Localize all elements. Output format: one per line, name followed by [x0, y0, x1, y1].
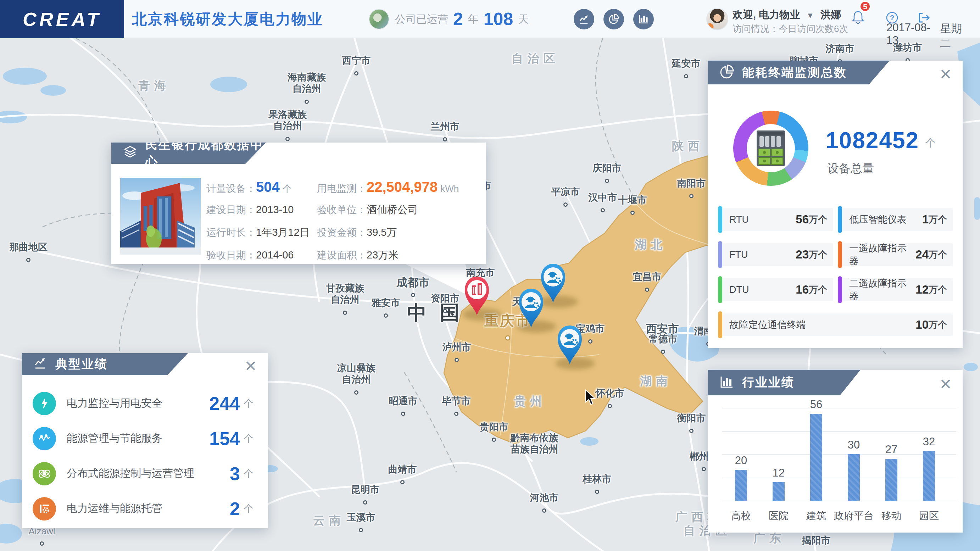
- map-city-dot: [702, 467, 706, 471]
- map-city-dot: [354, 71, 358, 75]
- building-photo: [120, 178, 201, 255]
- map-label: 果洛藏族 自治州: [269, 109, 307, 132]
- bar-category-label: 园区: [906, 509, 952, 522]
- map-label: 毕节市: [442, 396, 471, 407]
- bar-value-label: 12: [763, 467, 795, 479]
- map-label: 玉溪市: [347, 512, 375, 523]
- worker-pin-icon[interactable]: [555, 323, 585, 366]
- device-total-value: 1082452: [826, 127, 919, 153]
- trend-chart-icon: [33, 356, 48, 373]
- map-city-dot: [645, 288, 649, 292]
- map-city-dot: [563, 202, 568, 207]
- company-photo-thumbnail: [369, 9, 389, 29]
- map-city-dot: [400, 480, 404, 484]
- map-label: 十堰市: [618, 195, 647, 206]
- terminal-type-row: 二遥故障指示器12万个: [838, 278, 953, 301]
- trend-chart-toggle-icon[interactable]: [574, 9, 594, 29]
- perf-panel-header: 典型业绩: [22, 353, 188, 375]
- device-cabinet-icon: [747, 124, 795, 172]
- popup-header: 民生银行成都数据中心: [111, 143, 266, 164]
- map-city-dot: [40, 541, 44, 546]
- close-icon[interactable]: ✕: [939, 68, 953, 82]
- map-city-dot: [608, 404, 612, 408]
- map-label: 湖南: [640, 374, 672, 388]
- map-label: 延安市: [672, 58, 701, 70]
- user-avatar[interactable]: [706, 8, 728, 30]
- user-welcome[interactable]: 欢迎, 电力物业 ▼ 洪娜: [732, 8, 841, 22]
- color-bar: [838, 276, 842, 303]
- map-label: 桂林市: [583, 474, 612, 485]
- operation-duration: 公司已运营 2 年 108 天: [395, 0, 529, 38]
- map-city-dot: [383, 314, 388, 318]
- map-city-dot: [26, 258, 30, 262]
- map-label: 贵州: [514, 395, 546, 408]
- map-city-dot: [401, 412, 405, 416]
- bar: [735, 470, 747, 501]
- map-label: 曲靖市: [388, 464, 417, 476]
- map-label: 贵阳市: [480, 422, 508, 433]
- map-label: 青海: [138, 79, 170, 93]
- pie-chart-toggle-icon[interactable]: [603, 9, 624, 29]
- svg-text:?: ?: [890, 14, 894, 22]
- map-label: 雅安市: [372, 298, 400, 309]
- weekday-text: 星期二: [940, 21, 968, 51]
- bar: [885, 459, 897, 501]
- map-label: 昆明市: [351, 484, 380, 496]
- map-label: 汉中市: [589, 192, 617, 204]
- map-label: 湖北: [635, 238, 667, 252]
- map-city-dot: [588, 339, 592, 344]
- map-city-dot: [343, 311, 347, 315]
- industry-performance-panel: 行业业绩 ✕ 20高校12医院56建筑30政府平台27移动32园区: [708, 370, 963, 533]
- bar-chart-icon: [719, 374, 735, 392]
- close-icon[interactable]: ✕: [939, 377, 953, 392]
- perf-item: 电力监控与用电安全244个: [33, 386, 253, 421]
- color-bar: [838, 206, 842, 233]
- date-display: 2017-08-13 星期二: [886, 21, 968, 51]
- map-label: 河池市: [530, 492, 559, 504]
- bar: [923, 451, 935, 501]
- map-label: 庆阳市: [593, 163, 622, 174]
- gridline: [722, 454, 956, 455]
- perf-panel-title: 典型业绩: [55, 356, 108, 372]
- date-text: 2017-08-13: [886, 21, 934, 51]
- site-pin-icon[interactable]: [462, 274, 492, 317]
- bar-value-label: 20: [725, 454, 757, 467]
- map-city-dot: [542, 508, 546, 513]
- close-icon[interactable]: ✕: [243, 360, 258, 374]
- popup-stats: 计量设备：504个用电监测：22,504,978kWh建设日期：2013-10验…: [206, 176, 459, 267]
- map-city-dot: [630, 210, 635, 215]
- popup-stat: 运行时长：1年3月12日: [206, 226, 317, 240]
- bar-value-label: 32: [913, 435, 945, 448]
- perf-item: 能源管理与节能服务154个: [33, 421, 253, 456]
- map-city-dot: [605, 179, 609, 183]
- bar-chart-toggle-icon[interactable]: [633, 9, 654, 29]
- map-label: 海南藏族 自治州: [288, 72, 326, 95]
- map-city-dot: [354, 390, 358, 395]
- popup-stat: 投资金额：39.5万: [317, 226, 459, 240]
- popup-stat: 计量设备：504个: [206, 179, 317, 195]
- dashboard: 西宁市海南藏族 自治州青海兰州市临夏回族 自治州甘南藏族 自治州定西市平凉市庆阳…: [0, 0, 980, 551]
- map-label: 西宁市: [342, 55, 371, 67]
- chevron-down-icon[interactable]: ▼: [806, 11, 814, 20]
- map-city-dot: [443, 137, 447, 142]
- popup-stat: 用电监测：22,504,978kWh: [317, 179, 459, 195]
- atom-icon: [33, 462, 56, 486]
- worker-pin-icon[interactable]: [516, 287, 546, 329]
- device-total-unit: 个: [925, 136, 936, 150]
- popup-stat: 验收单位：酒仙桥公司: [317, 203, 459, 217]
- map-label: 那曲地区: [9, 242, 48, 253]
- map-label: 甘孜藏族 自治州: [326, 283, 364, 306]
- bar-value-label: 27: [875, 443, 907, 456]
- tools-icon: [33, 497, 56, 521]
- color-bar: [718, 311, 722, 338]
- terminal-type-row: FTU23万个: [718, 243, 833, 266]
- gridline: [722, 408, 956, 408]
- wave-icon: [33, 427, 56, 450]
- map-label: 衡阳市: [677, 413, 706, 424]
- map-label: 成都市: [397, 276, 430, 289]
- map-city-dot: [684, 74, 688, 78]
- term-panel-title: 能耗终端监测总数: [742, 65, 847, 81]
- terminal-type-row: 故障定位通信终端10万个: [718, 314, 953, 336]
- visit-status: 访问情况：今日访问次数6次: [732, 23, 848, 35]
- layers-icon: [122, 144, 138, 162]
